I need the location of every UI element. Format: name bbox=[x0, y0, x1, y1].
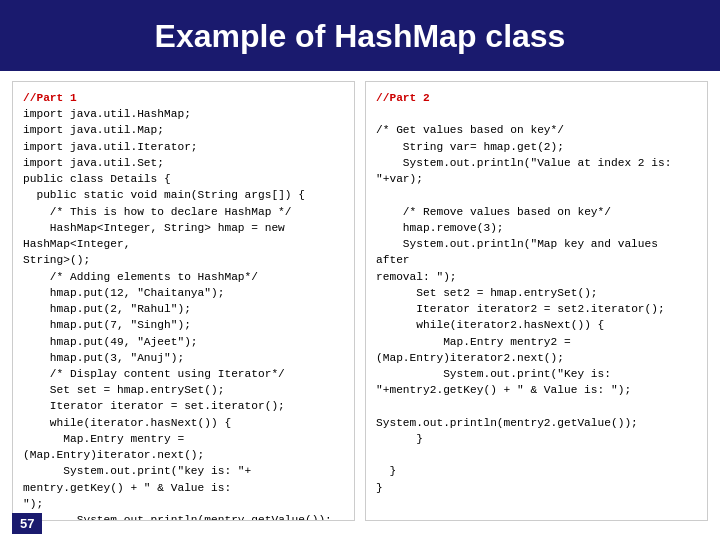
part2-label: //Part 2 bbox=[376, 90, 697, 106]
part2-panel: //Part 2 /* Get values based on key*/ St… bbox=[365, 81, 708, 521]
part1-code: import java.util.HashMap; import java.ut… bbox=[23, 106, 344, 521]
part1-label: //Part 1 bbox=[23, 90, 344, 106]
slide-number: 57 bbox=[12, 513, 42, 534]
slide: Example of HashMap class //Part 1 import… bbox=[0, 0, 720, 540]
part1-panel: //Part 1 import java.util.HashMap; impor… bbox=[12, 81, 355, 521]
title-bar: Example of HashMap class bbox=[0, 0, 720, 71]
part2-code: /* Get values based on key*/ String var=… bbox=[376, 106, 697, 496]
slide-title: Example of HashMap class bbox=[20, 18, 700, 55]
content-area: //Part 1 import java.util.HashMap; impor… bbox=[0, 71, 720, 531]
